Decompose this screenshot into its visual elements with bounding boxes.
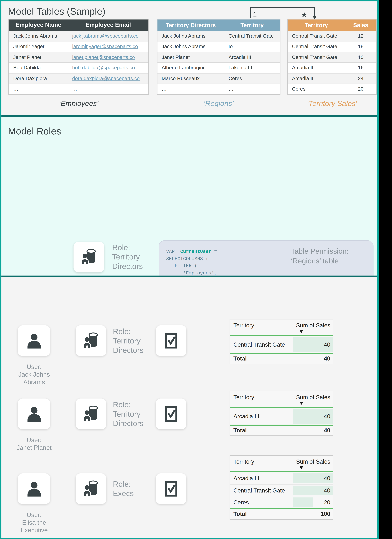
model-tables-section: Model Tables (Sample) 1 * Employee NameE…: [1, 1, 377, 115]
total-value: 40: [324, 354, 333, 364]
checked-checkbox-icon: [156, 405, 186, 423]
checked-checkbox-icon: [156, 480, 186, 497]
table-cell: Jack Johns Abrams: [157, 31, 224, 41]
table-cell: Arcadia III: [288, 63, 345, 73]
role-directors-label: Role: Territory Directors: [112, 243, 143, 271]
person-icon: [18, 479, 50, 498]
report-value: 40: [324, 408, 330, 424]
table-cell: Marco Russeaux: [157, 73, 224, 83]
report-divider: [230, 353, 333, 354]
table-cell: Janet Planet: [157, 52, 224, 63]
table-row: Marco RusseauxCeres: [157, 73, 280, 84]
table-row: Dora Dax’ploradora.daxplora@spaceparts.c…: [9, 73, 148, 84]
report-total-row: Total40: [230, 426, 333, 435]
relationship-line-horizontal: [250, 7, 315, 8]
user-caption-line: Elisa the: [8, 519, 60, 526]
table-row: Bob Dabildabob.dabilda@spaceparts.co: [9, 63, 148, 73]
table-cell: 10: [345, 52, 376, 63]
report-value: 40: [324, 485, 330, 496]
report-total-row: Total100: [230, 509, 333, 520]
model-tables-title: Model Tables (Sample): [8, 6, 106, 17]
report-column-territory: Territory: [233, 458, 254, 465]
total-value: 40: [324, 426, 333, 435]
sort-descending-icon: [300, 467, 303, 469]
report-value-cell: 40: [293, 408, 333, 424]
security-role-icon: [73, 248, 104, 266]
role-card: [76, 399, 106, 429]
table-cell: 18: [345, 42, 376, 52]
role-label-line: Role:: [112, 243, 143, 252]
access-checkbox-card: [156, 325, 186, 356]
email-link[interactable]: jack.j.abrams@spaceparts.co: [68, 31, 148, 41]
infographic-stage: Model Tables (Sample) 1 * Employee NameE…: [0, 0, 392, 539]
report-header: TerritorySum of Sales: [230, 319, 333, 335]
report-header: TerritorySum of Sales: [230, 391, 333, 407]
model-roles-section: Model Roles Role: Territory Directors VA…: [1, 117, 377, 275]
table-row: Ceres20: [288, 84, 376, 94]
table-cell: Alberto Lambrogini: [157, 63, 224, 73]
report-divider: [230, 508, 333, 509]
report-divider: [230, 407, 333, 408]
table-cell: Bob Dabilda: [9, 63, 68, 73]
table-cell: …: [157, 84, 224, 94]
table-cell: Central Transit Gate: [288, 31, 345, 41]
table-cell: Dora Dax’plora: [9, 73, 68, 83]
table-header-row: Employee NameEmployee Email: [9, 19, 148, 31]
table-permission-line: Table Permission:: [291, 246, 349, 256]
column-header: Sales: [345, 19, 376, 31]
table-row: Arcadia III24: [288, 73, 376, 84]
table-cell: …: [224, 84, 280, 94]
report-table: TerritorySum of SalesArcadia III40Total4…: [230, 391, 334, 436]
report-value-cell: 40: [293, 472, 333, 484]
employees-caption: ‘Employees’: [8, 99, 149, 108]
table-cell: Jaromir Yager: [9, 42, 68, 52]
report-value-cell: 40: [293, 485, 333, 496]
table-cell: 12: [345, 31, 376, 41]
column-header: Territory: [288, 19, 345, 31]
table-cell: Jack Johns Abrams: [157, 42, 224, 52]
role-label-line: Directors: [113, 346, 144, 355]
email-link[interactable]: dora.daxplora@spaceparts.co: [68, 73, 148, 83]
checked-checkbox-icon: [156, 332, 186, 349]
table-row: Janet PlanetArcadia III: [157, 52, 280, 63]
email-link[interactable]: janet.planet@spaceparts.co: [68, 52, 148, 63]
role-card: [73, 242, 104, 273]
security-role-icon: [76, 479, 106, 498]
report-value: 40: [324, 336, 330, 353]
table-cell: Lakonía III: [224, 63, 280, 73]
report-divider: [230, 471, 333, 472]
role-label-line: Territory: [113, 336, 144, 346]
user-card: [18, 399, 50, 429]
table-cell: Ceres: [224, 73, 280, 83]
total-label: Total: [230, 426, 247, 435]
report-territory-cell: Arcadia III: [230, 408, 293, 424]
column-header: Territory: [224, 19, 280, 31]
table-row: Jack Johns AbramsCentral Transit Gate: [157, 31, 280, 41]
report-row: Arcadia III40: [230, 472, 333, 484]
report-row: Central Transit Gate40: [230, 336, 333, 353]
report-table: TerritorySum of SalesCentral Transit Gat…: [230, 319, 334, 364]
user-card: [18, 325, 50, 356]
rls-diagram-canvas: Model Tables (Sample) 1 * Employee NameE…: [0, 0, 379, 539]
report-divider: [230, 335, 333, 336]
report-row: Ceres20: [230, 496, 333, 508]
security-role-icon: [76, 331, 106, 350]
email-link[interactable]: jaromir.yager@spaceparts.co: [68, 42, 148, 52]
email-link[interactable]: bob.dabilda@spaceparts.co: [68, 63, 148, 73]
table-cell: Ceres: [288, 84, 345, 94]
table-header-row: TerritorySales: [288, 19, 376, 31]
role-label-line: Execs: [113, 489, 134, 498]
user-caption-line: Executive: [8, 526, 60, 534]
employees-table: Employee NameEmployee EmailJack Johns Ab…: [8, 19, 149, 95]
table-row: Central Transit Gate10: [288, 52, 376, 63]
table-row: Jaromir Yagerjaromir.yager@spaceparts.co: [9, 41, 148, 52]
report-value: 40: [324, 472, 330, 484]
column-header: Employee Email: [68, 19, 148, 31]
table-row: ……: [9, 84, 148, 94]
role-card: [76, 325, 106, 356]
table-cell: Io: [224, 42, 280, 52]
total-label: Total: [230, 354, 247, 364]
access-checkbox-card: [156, 473, 186, 504]
table-cell: 20: [345, 84, 376, 94]
territory-sales-caption: ‘Territory Sales’: [287, 99, 377, 108]
